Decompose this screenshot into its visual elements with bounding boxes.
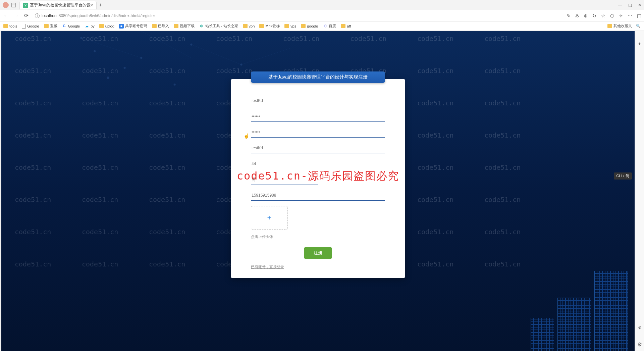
folder-icon [174,24,178,28]
bookmark-google[interactable]: GGoogle [62,24,80,29]
collections-icon[interactable]: ✧ [619,13,623,18]
url-host: localhost [42,13,57,18]
bookmark-baozang[interactable]: 宝藏 [44,23,57,29]
gender-select[interactable] [251,174,318,185]
svg-point-12 [94,50,96,52]
folder-icon [301,24,306,28]
zoom-icon[interactable]: ⊕ [584,13,588,18]
page-content: code51.cncode51.cncode51.cncode51.cncode… [1,31,635,351]
svg-point-10 [107,77,109,79]
tool-icon: ⚙ [199,24,204,29]
window-controls: — ▢ ✕ [618,3,641,7]
realname-input[interactable] [251,143,385,153]
bookmark-tools[interactable]: tools [3,24,17,28]
svg-line-5 [241,48,291,65]
edge-sidebar: + ⚘ ⚙ [635,31,644,351]
svg-point-11 [174,84,176,86]
page-icon [22,24,26,29]
baidu-icon: ⚇ [323,24,327,29]
svg-rect-0 [12,3,16,7]
sidebar-tools-icon[interactable]: ⚘ [637,325,642,331]
folder-icon [152,24,157,28]
edit-icon[interactable]: ✎ [567,13,571,18]
svg-point-8 [190,44,192,46]
folder-icon [243,24,248,28]
register-button[interactable]: 注册 [304,247,332,259]
tab-title: 基于Java的校园快递管理平台的设 [30,2,91,8]
folder-icon [99,24,104,28]
vue-favicon-icon: V [23,3,28,8]
bookmark-by[interactable]: ☁by [85,24,95,29]
password-input[interactable] [251,111,385,122]
bookmark-vpn[interactable]: vpn [243,24,255,28]
tab-close-icon[interactable]: × [91,3,93,8]
more-icon[interactable]: ⋯ [628,13,632,18]
age-input[interactable] [251,159,385,169]
folder-icon [3,24,8,28]
ime-badge: CH ♪ 简 [614,172,632,180]
svg-point-9 [240,63,242,65]
bookmark-baidu[interactable]: ⚇百度 [323,23,336,29]
google-icon: G [62,24,67,29]
sidebar-add-icon[interactable]: + [638,41,641,47]
folder-icon [44,24,49,28]
folder-icon [341,24,345,28]
reload-button[interactable]: ⟳ [23,12,30,19]
browser-tab[interactable]: V 基于Java的校园快递管理平台的设 × [19,1,97,9]
sidebar-settings-icon[interactable]: ⚙ [637,341,642,348]
login-link[interactable]: 已有账号，直接登录 [251,265,284,269]
svg-line-2 [81,38,141,58]
svg-point-6 [80,37,82,39]
register-card: 基于Java的校园快递管理平台的设计与实现注册 + 点击上传头像 注册 已有账号… [231,71,405,278]
sync-icon[interactable]: ↻ [592,13,596,18]
back-button[interactable]: ← [3,13,9,19]
confirm-password-input[interactable] [251,127,385,138]
phone-input[interactable] [251,190,385,201]
sidebar-toggle-icon[interactable]: ◫ [637,13,641,18]
translate-icon[interactable]: あ [575,13,579,18]
url-input[interactable]: i localhost:8080/springbooth8wh6/admin/d… [33,13,563,18]
folder-icon [284,24,289,28]
folder-icon [607,24,612,28]
bookmark-uplod[interactable]: uplod [99,24,114,28]
maximize-icon[interactable]: ▢ [628,3,632,7]
svg-point-7 [140,57,142,59]
bookmark-video-download[interactable]: 视频下载 [174,23,195,29]
app-icon: ■ [119,24,124,29]
search-bookmarks-icon[interactable]: 🔍 [636,24,641,28]
upload-hint: 点击上传头像 [251,234,385,239]
forward-button[interactable]: → [13,13,19,19]
plus-icon: + [267,213,272,222]
favorite-icon[interactable]: ☆ [601,13,605,18]
card-title: 基于Java的校园快递管理平台的设计与实现注册 [251,71,385,83]
bookmark-google-page[interactable]: Google [22,24,39,29]
username-input[interactable] [251,96,385,106]
bookmarks-bar: tools Google 宝藏 GGoogle ☁by uplod ■共享账号密… [0,21,644,31]
cloud-icon: ☁ [85,24,89,29]
bookmark-google-folder[interactable]: google [301,24,318,28]
folder-icon [259,24,264,28]
minimize-icon[interactable]: — [618,3,622,7]
profile-avatar-icon[interactable] [3,2,9,8]
address-bar: ← → ⟳ i localhost:8080/springbooth8wh6/a… [0,10,644,21]
bookmark-aff[interactable]: aff [341,24,351,28]
bookmark-maxcloud[interactable]: Max云梯 [259,23,280,29]
svg-line-4 [191,45,241,65]
new-tab-button[interactable]: + [99,2,102,8]
avatar-upload[interactable]: + [251,206,288,230]
svg-line-3 [141,31,191,58]
bookmark-webmaster-tools[interactable]: ⚙站长工具 - 站长之家 [199,23,238,29]
bookmark-imported[interactable]: 已导入 [152,23,169,29]
building-decoration [527,257,628,351]
bookmark-vps[interactable]: vps [284,24,296,28]
close-window-icon[interactable]: ✕ [638,3,641,7]
svg-point-13 [124,67,126,69]
browser-chrome: V 基于Java的校园快递管理平台的设 × + — ▢ ✕ ← → ⟳ i lo… [0,0,644,31]
url-path: :8080/springbooth8wh6/admin/dist/index.h… [57,13,155,18]
extensions-icon[interactable]: ⬡ [610,13,614,18]
tab-overview-icon[interactable] [11,3,16,7]
bookmark-share-account[interactable]: ■共享账号密码 [119,23,147,29]
site-info-icon[interactable]: i [35,13,40,18]
titlebar: V 基于Java的校园快递管理平台的设 × + — ▢ ✕ [0,0,644,10]
bookmark-other[interactable]: 其他收藏夹 [607,23,632,29]
